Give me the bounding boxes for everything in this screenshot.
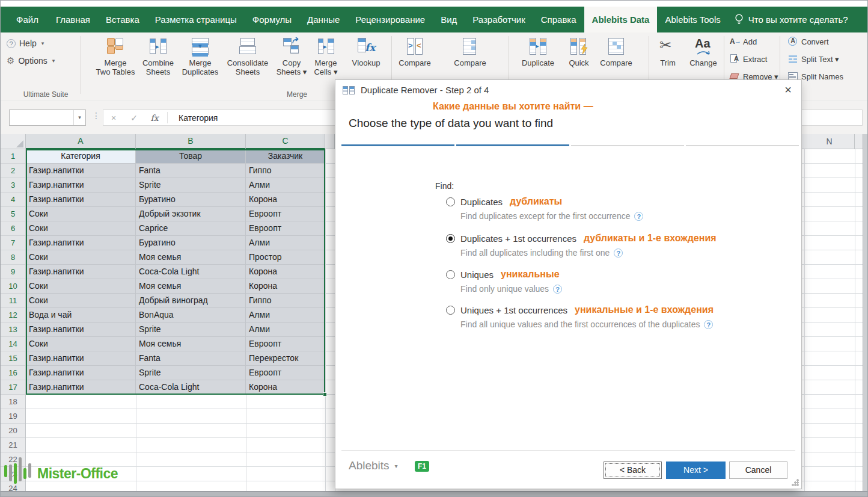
row-header-2[interactable]: 2	[1, 164, 25, 178]
change-button[interactable]: AaChange	[678, 36, 729, 67]
row-header-15[interactable]: 15	[1, 351, 25, 366]
data-cell[interactable]: Евроопт	[246, 366, 325, 380]
option-label[interactable]: Uniques	[460, 270, 494, 280]
formula-content[interactable]: Категория	[179, 113, 218, 123]
option-label[interactable]: Duplicates	[460, 197, 503, 207]
data-cell[interactable]: Гиппо	[246, 294, 325, 308]
name-box[interactable]: ▾	[9, 110, 86, 126]
vertical-scrollbar[interactable]	[863, 134, 867, 492]
row-header-1[interactable]: 1	[1, 149, 25, 164]
data-cell[interactable]: Евроопт	[246, 337, 325, 351]
add-button[interactable]: A→Add	[730, 37, 757, 46]
options-button[interactable]: ⚙ Options ▾	[7, 55, 55, 66]
row-header-5[interactable]: 5	[1, 207, 25, 221]
close-icon[interactable]: ×	[784, 84, 792, 96]
data-cell[interactable]: Соки	[26, 279, 136, 294]
row-header-13[interactable]: 13	[1, 323, 25, 337]
tab-разработчик[interactable]: Разработчик	[465, 7, 533, 32]
tab-ablebits-tools[interactable]: Ablebits Tools	[657, 7, 728, 32]
column-header-A[interactable]: A	[26, 134, 136, 149]
data-cell[interactable]: Sprite	[136, 366, 246, 380]
data-cell[interactable]: Coca-Cola Light	[136, 380, 246, 395]
f1-help-badge[interactable]: F1	[415, 461, 429, 472]
insert-function-icon[interactable]: fx	[144, 113, 165, 123]
tab-разметка-страницы[interactable]: Разметка страницы	[147, 7, 245, 32]
column-header-C[interactable]: C	[246, 134, 325, 149]
data-cell[interactable]: Корона	[246, 279, 325, 294]
convert-button[interactable]: AConvert	[788, 37, 829, 46]
next-button[interactable]: Next >	[666, 461, 726, 479]
data-cell[interactable]: Алми	[246, 308, 325, 323]
data-cell[interactable]: Алми	[246, 178, 325, 193]
data-cell[interactable]: Соки	[26, 294, 136, 308]
data-cell[interactable]: Моя семья	[136, 250, 246, 265]
data-cell[interactable]: Caprice	[136, 221, 246, 236]
row-header-17[interactable]: 17	[1, 380, 25, 395]
option-label[interactable]: Uniques + 1st occurrences	[460, 305, 567, 315]
data-cell[interactable]: Газир.напитки	[26, 323, 136, 337]
row-header-19[interactable]: 19	[1, 409, 25, 424]
data-cell[interactable]: Добрый виноград	[136, 294, 246, 308]
row-header-8[interactable]: 8	[1, 250, 25, 265]
tab-вставка[interactable]: Вставка	[98, 7, 147, 32]
data-cell[interactable]: Газир.напитки	[26, 265, 136, 279]
consolidate-sheets[interactable]: ConsolidateSheets	[222, 36, 273, 76]
row-header-3[interactable]: 3	[1, 178, 25, 193]
split-text-button[interactable]: Split Text ▾	[788, 54, 839, 64]
data-cell[interactable]: Евроопт	[246, 221, 325, 236]
row-header-18[interactable]: 18	[1, 395, 25, 409]
row-header-21[interactable]: 21	[1, 438, 25, 452]
data-cell[interactable]: Соки	[26, 207, 136, 221]
row-header-20[interactable]: 20	[1, 424, 25, 438]
formula-bar-splitter[interactable]: ⋮	[92, 111, 100, 120]
data-cell[interactable]: Coca-Cola Light	[136, 265, 246, 279]
help-circle-icon[interactable]	[634, 212, 643, 221]
data-cell[interactable]: Газир.напитки	[26, 236, 136, 250]
compare-button[interactable]: ><Compare	[390, 36, 440, 67]
vlookup-button[interactable]: fxVlookup	[341, 36, 391, 67]
data-cell[interactable]: Моя семья	[136, 337, 246, 351]
tab-главная[interactable]: Главная	[48, 7, 98, 32]
data-cell[interactable]: Соки	[26, 337, 136, 351]
data-cell[interactable]: Газир.напитки	[26, 164, 136, 178]
data-cell[interactable]: Корона	[246, 380, 325, 395]
data-cell[interactable]: Sprite	[136, 178, 246, 193]
row-header-9[interactable]: 9	[1, 265, 25, 279]
tab-вид[interactable]: Вид	[433, 7, 465, 32]
merge-duplicates[interactable]: ▾MergeDuplicates	[175, 36, 225, 76]
data-cell[interactable]: Fanta	[136, 164, 246, 178]
row-header-4[interactable]: 4	[1, 193, 25, 207]
compare-button[interactable]: Compare	[445, 36, 495, 67]
data-cell[interactable]: Газир.напитки	[26, 351, 136, 366]
data-cell[interactable]: Евроопт	[246, 207, 325, 221]
data-cell[interactable]: Газир.напитки	[26, 178, 136, 193]
data-cell[interactable]: Моя семья	[136, 279, 246, 294]
data-cell[interactable]: Простор	[246, 250, 325, 265]
data-cell[interactable]: Гиппо	[246, 164, 325, 178]
data-cell[interactable]: Газир.напитки	[26, 366, 136, 380]
row-header-12[interactable]: 12	[1, 308, 25, 323]
help-circle-icon[interactable]	[614, 248, 623, 258]
column-header-N[interactable]: N	[804, 134, 855, 149]
tab-ablebits-data[interactable]: Ablebits Data	[584, 7, 658, 32]
ablebits-brand-menu[interactable]: Ablebits ▾	[349, 459, 398, 472]
header-cell[interactable]: Товар	[136, 149, 246, 164]
data-cell[interactable]: Соки	[26, 250, 136, 265]
radio-uniques-1st[interactable]	[446, 306, 455, 315]
header-cell[interactable]: Категория	[26, 149, 136, 164]
row-header-11[interactable]: 11	[1, 294, 25, 308]
data-cell[interactable]: Корона	[246, 265, 325, 279]
column-header-partial[interactable]	[325, 134, 335, 149]
tab-данные[interactable]: Данные	[299, 7, 347, 32]
tell-me-box[interactable]: Что вы хотите сделать?	[729, 7, 854, 32]
data-cell[interactable]: Соки	[26, 221, 136, 236]
compare-button[interactable]: Compare	[591, 36, 641, 67]
radio-duplicates[interactable]	[446, 197, 455, 206]
chevron-down-icon[interactable]: ▾	[73, 110, 85, 125]
row-header-7[interactable]: 7	[1, 236, 25, 250]
extract-button[interactable]: AExtract	[730, 54, 767, 64]
data-cell[interactable]: Добрый экзотик	[136, 207, 246, 221]
data-cell[interactable]: Буратино	[136, 193, 246, 207]
tab-формулы[interactable]: Формулы	[245, 7, 299, 32]
data-cell[interactable]: Корона	[246, 193, 325, 207]
